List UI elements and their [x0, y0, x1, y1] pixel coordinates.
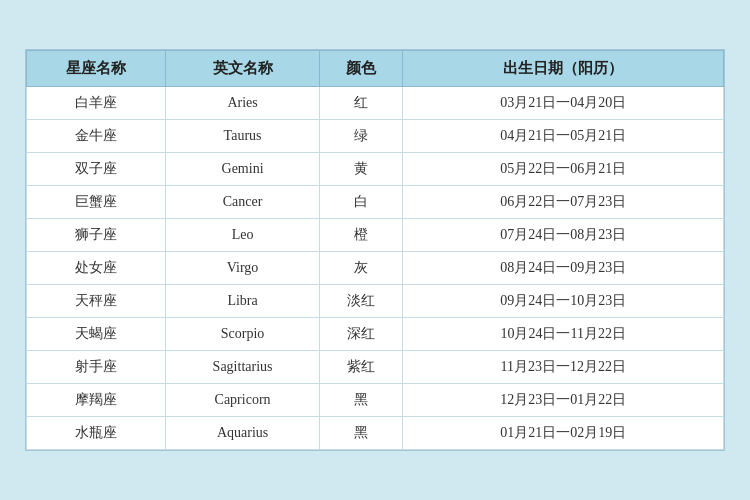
cell-color: 深红	[319, 318, 403, 351]
cell-english: Capricorn	[166, 384, 319, 417]
table-row: 金牛座Taurus绿04月21日一05月21日	[27, 120, 724, 153]
cell-english: Virgo	[166, 252, 319, 285]
header-color: 颜色	[319, 51, 403, 87]
cell-color: 黑	[319, 384, 403, 417]
table-row: 双子座Gemini黄05月22日一06月21日	[27, 153, 724, 186]
cell-color: 白	[319, 186, 403, 219]
cell-date: 04月21日一05月21日	[403, 120, 724, 153]
cell-chinese: 天蝎座	[27, 318, 166, 351]
cell-color: 黑	[319, 417, 403, 450]
cell-date: 07月24日一08月23日	[403, 219, 724, 252]
cell-date: 01月21日一02月19日	[403, 417, 724, 450]
cell-chinese: 射手座	[27, 351, 166, 384]
cell-date: 08月24日一09月23日	[403, 252, 724, 285]
table-header-row: 星座名称 英文名称 颜色 出生日期（阳历）	[27, 51, 724, 87]
zodiac-table: 星座名称 英文名称 颜色 出生日期（阳历） 白羊座Aries红03月21日一04…	[26, 50, 724, 450]
cell-english: Leo	[166, 219, 319, 252]
cell-color: 绿	[319, 120, 403, 153]
cell-color: 淡红	[319, 285, 403, 318]
table-row: 天秤座Libra淡红09月24日一10月23日	[27, 285, 724, 318]
cell-date: 06月22日一07月23日	[403, 186, 724, 219]
cell-color: 紫红	[319, 351, 403, 384]
cell-date: 09月24日一10月23日	[403, 285, 724, 318]
cell-color: 红	[319, 87, 403, 120]
cell-date: 05月22日一06月21日	[403, 153, 724, 186]
table-row: 水瓶座Aquarius黑01月21日一02月19日	[27, 417, 724, 450]
cell-date: 12月23日一01月22日	[403, 384, 724, 417]
cell-chinese: 巨蟹座	[27, 186, 166, 219]
cell-chinese: 处女座	[27, 252, 166, 285]
cell-chinese: 白羊座	[27, 87, 166, 120]
cell-color: 橙	[319, 219, 403, 252]
cell-date: 03月21日一04月20日	[403, 87, 724, 120]
header-chinese: 星座名称	[27, 51, 166, 87]
cell-chinese: 金牛座	[27, 120, 166, 153]
cell-english: Libra	[166, 285, 319, 318]
cell-chinese: 狮子座	[27, 219, 166, 252]
cell-color: 黄	[319, 153, 403, 186]
table-body: 白羊座Aries红03月21日一04月20日金牛座Taurus绿04月21日一0…	[27, 87, 724, 450]
table-row: 射手座Sagittarius紫红11月23日一12月22日	[27, 351, 724, 384]
table-row: 狮子座Leo橙07月24日一08月23日	[27, 219, 724, 252]
cell-english: Gemini	[166, 153, 319, 186]
cell-date: 11月23日一12月22日	[403, 351, 724, 384]
table-row: 摩羯座Capricorn黑12月23日一01月22日	[27, 384, 724, 417]
table-row: 巨蟹座Cancer白06月22日一07月23日	[27, 186, 724, 219]
table-row: 天蝎座Scorpio深红10月24日一11月22日	[27, 318, 724, 351]
zodiac-table-container: 星座名称 英文名称 颜色 出生日期（阳历） 白羊座Aries红03月21日一04…	[25, 49, 725, 451]
cell-chinese: 双子座	[27, 153, 166, 186]
header-english: 英文名称	[166, 51, 319, 87]
cell-color: 灰	[319, 252, 403, 285]
cell-chinese: 水瓶座	[27, 417, 166, 450]
table-row: 白羊座Aries红03月21日一04月20日	[27, 87, 724, 120]
cell-date: 10月24日一11月22日	[403, 318, 724, 351]
header-date: 出生日期（阳历）	[403, 51, 724, 87]
cell-chinese: 摩羯座	[27, 384, 166, 417]
cell-english: Sagittarius	[166, 351, 319, 384]
cell-english: Aries	[166, 87, 319, 120]
cell-english: Scorpio	[166, 318, 319, 351]
cell-english: Taurus	[166, 120, 319, 153]
cell-english: Cancer	[166, 186, 319, 219]
cell-english: Aquarius	[166, 417, 319, 450]
cell-chinese: 天秤座	[27, 285, 166, 318]
table-row: 处女座Virgo灰08月24日一09月23日	[27, 252, 724, 285]
